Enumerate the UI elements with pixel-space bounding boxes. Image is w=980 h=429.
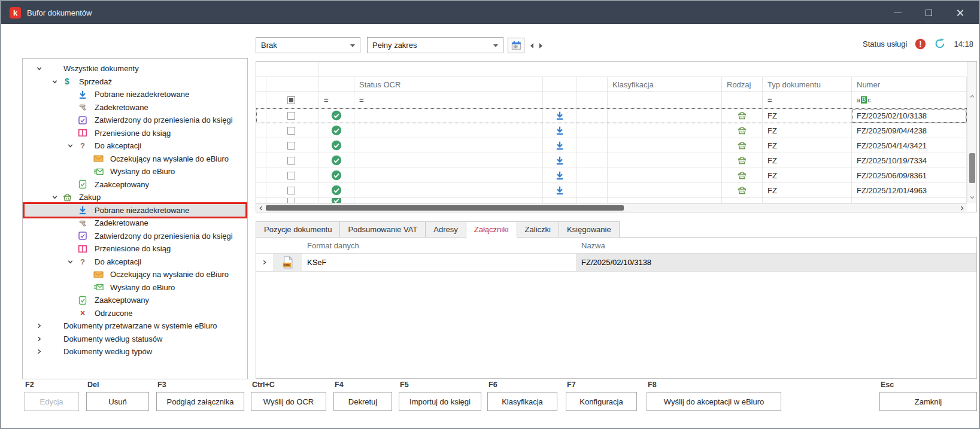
- tree-item-wyslany-sprzedaz[interactable]: Wysłany do eBiuro: [23, 165, 247, 178]
- attachment-row[interactable]: XML KSeF FZ/2025/02/10/3138: [256, 254, 976, 272]
- table-row[interactable]: FZ FZ/2025/12/01/4963: [256, 183, 967, 198]
- tree-item-zatwierdzony-sprzedaz[interactable]: Zatwierdzony do przeniesienia do księgi: [23, 114, 247, 127]
- tree-item-do-akceptacji-zakup[interactable]: ? Do akceptacji: [23, 255, 247, 269]
- scroll-icon: [78, 218, 87, 228]
- tab-adresy[interactable]: Adresy: [426, 221, 466, 238]
- tree-item-dokumenty-wedlug-statusow[interactable]: Dokumenty według statusów: [23, 333, 247, 346]
- tree-item-do-akceptacji-sprzedaz[interactable]: ? Do akceptacji: [23, 139, 247, 153]
- tab-pozycje-dokumentu[interactable]: Pozycje dokumentu: [256, 221, 340, 238]
- horizontal-scroll-thumb[interactable]: [266, 205, 624, 211]
- tree-item-zatwierdzony-zakup[interactable]: Zatwierdzony do przeniesienia do księgi: [23, 230, 247, 243]
- table-row[interactable]: FZ FZ/2025/10/19/7334: [256, 153, 967, 168]
- table-row[interactable]: FZ FZ/2025/06/09/8361: [256, 168, 967, 183]
- column-header-klasyfikacja[interactable]: Klasyfikacja: [608, 77, 722, 92]
- tree-item-zadekretowane-sprzedaz[interactable]: Zadekretowane: [23, 101, 247, 114]
- scroll-up-icon[interactable]: [969, 93, 976, 100]
- equals-filter-icon[interactable]: =: [324, 96, 329, 105]
- row-checkbox[interactable]: [287, 112, 295, 120]
- shortcut-label: F5: [399, 381, 481, 390]
- select-all-checkbox[interactable]: [287, 96, 295, 104]
- chevron-right-icon[interactable]: [36, 348, 43, 355]
- tree-item-zaakceptowany-sprzedaz[interactable]: Zaakceptowany: [23, 178, 247, 191]
- range-next-button[interactable]: [536, 38, 545, 53]
- configuration-button[interactable]: Konfiguracja: [566, 392, 637, 411]
- tree-item-zaakceptowany-zakup[interactable]: Zaakceptowany: [23, 294, 247, 307]
- scroll-right-icon[interactable]: [958, 205, 966, 212]
- tree-item-oczekujacy-sprzedaz[interactable]: Oczekujący na wysłanie do eBiuro: [23, 153, 247, 166]
- close-button[interactable]: [944, 1, 975, 24]
- import-to-ledger-button[interactable]: Importuj do księgi: [399, 392, 481, 411]
- chevron-down-icon[interactable]: [51, 78, 58, 85]
- send-to-ocr-button[interactable]: Wyślij do OCR: [251, 392, 326, 411]
- abc-filter-icon[interactable]: aBc: [857, 96, 870, 104]
- download-icon: [78, 205, 87, 215]
- column-header-nazwa[interactable]: Nazwa: [576, 238, 976, 253]
- tree-item-zakup[interactable]: Zakup: [23, 191, 247, 204]
- table-row[interactable]: FZ FZ/2025/09/04/4238: [256, 123, 967, 138]
- tree-item-dokumenty-ebiuro[interactable]: Dokumenty przetwarzane w systemie eBiuro: [23, 320, 247, 333]
- date-range-combobox[interactable]: Pełny zakres: [367, 37, 503, 53]
- equals-filter-icon[interactable]: =: [767, 96, 772, 105]
- detail-tabs: Pozycje dokumentu Podsumowanie VAT Adres…: [256, 221, 620, 238]
- delete-button[interactable]: Usuń: [86, 392, 149, 411]
- expand-row-icon[interactable]: [262, 259, 268, 266]
- tree-item-odrzucone-zakup[interactable]: × Odrzucone: [23, 307, 247, 320]
- download-icon: [555, 141, 565, 150]
- chevron-down-icon[interactable]: [67, 258, 74, 265]
- tree-item-pobrane-niezadekretowane-zakup[interactable]: Pobrane niezadekretowane: [23, 204, 247, 217]
- tree-item-wyslany-zakup[interactable]: Wysłany do eBiuro: [23, 281, 247, 294]
- vertical-scrollbar[interactable]: [967, 62, 976, 203]
- vertical-scroll-thumb[interactable]: [969, 153, 975, 183]
- row-checkbox[interactable]: [287, 142, 295, 150]
- chevron-down-icon[interactable]: [67, 142, 74, 149]
- column-header-rodzaj[interactable]: Rodzaj: [722, 77, 763, 92]
- tab-podsumowanie-vat[interactable]: Podsumowanie VAT: [340, 221, 426, 238]
- service-warning-icon[interactable]: [915, 38, 926, 50]
- calendar-button[interactable]: [508, 38, 524, 53]
- edit-button[interactable]: Edycja: [24, 392, 79, 411]
- preview-attachment-button[interactable]: Podgląd załącznika: [156, 392, 244, 411]
- tab-zalaczniki[interactable]: Załączniki: [466, 221, 517, 238]
- scroll-left-icon[interactable]: [257, 205, 265, 212]
- column-header-status-ocr[interactable]: Status OCR: [354, 77, 543, 92]
- tree-item-przeniesione-zakup[interactable]: Przeniesione do ksiąg: [23, 242, 247, 255]
- send-for-approval-button[interactable]: Wyślij do akceptacji w eBiuro: [647, 392, 781, 411]
- tree-item-sprzedaz[interactable]: $ Sprzedaż: [23, 75, 247, 89]
- table-row[interactable]: FZ FZ/2025/02/10/3138: [256, 108, 967, 123]
- range-previous-button[interactable]: [527, 38, 536, 53]
- minimize-button[interactable]: [882, 1, 913, 24]
- table-row[interactable]: FZ FZ/2025/04/14/3421: [256, 138, 967, 153]
- decree-button[interactable]: Dekretuj: [333, 392, 392, 411]
- chevron-right-icon[interactable]: [36, 336, 43, 342]
- tree-item-wszystkie-dokumenty[interactable]: Wszystkie dokumenty: [23, 62, 247, 75]
- row-checkbox[interactable]: [287, 157, 295, 165]
- scroll-down-icon[interactable]: [969, 194, 976, 201]
- tab-zaliczki[interactable]: Zaliczki: [517, 221, 559, 238]
- tab-ksiegowanie[interactable]: Księgowanie: [559, 221, 620, 238]
- shortcut-label: F4: [333, 381, 392, 390]
- tree-item-oczekujacy-zakup[interactable]: Oczekujący na wysłanie do eBiuro: [23, 268, 247, 281]
- equals-filter-icon[interactable]: =: [359, 96, 364, 105]
- date-range-value: Pełny zakres: [372, 41, 417, 50]
- tree-item-dokumenty-wedlug-typow[interactable]: Dokumenty według typów: [23, 345, 247, 358]
- chevron-right-icon[interactable]: [36, 322, 43, 329]
- ocr-filter-combobox[interactable]: Brak: [256, 37, 360, 53]
- row-checkbox[interactable]: [287, 187, 295, 194]
- maximize-button[interactable]: [913, 1, 944, 24]
- classification-button[interactable]: Klasyfikacja: [487, 392, 557, 411]
- chevron-down-icon[interactable]: [51, 194, 58, 200]
- row-checkbox[interactable]: [287, 172, 295, 179]
- horizontal-scrollbar[interactable]: [256, 203, 967, 212]
- document-accepted-icon: [78, 296, 87, 305]
- column-header-numer[interactable]: Numer: [852, 77, 967, 92]
- chevron-down-icon[interactable]: [36, 65, 43, 72]
- minimize-icon: [894, 13, 902, 13]
- tree-item-przeniesione-sprzedaz[interactable]: Przeniesione do ksiąg: [23, 127, 247, 140]
- column-header-typ-dokumentu[interactable]: Typ dokumentu: [763, 77, 852, 92]
- row-checkbox[interactable]: [287, 127, 295, 135]
- close-window-button[interactable]: Zamknij: [879, 392, 977, 411]
- tree-item-pobrane-niezadekretowane-sprzedaz[interactable]: Pobrane niezadekretowane: [23, 88, 247, 101]
- tree-item-zadekretowane-zakup[interactable]: Zadekretowane: [23, 217, 247, 230]
- column-header-format-danych[interactable]: Format danych: [302, 238, 576, 253]
- refresh-icon[interactable]: [934, 38, 946, 50]
